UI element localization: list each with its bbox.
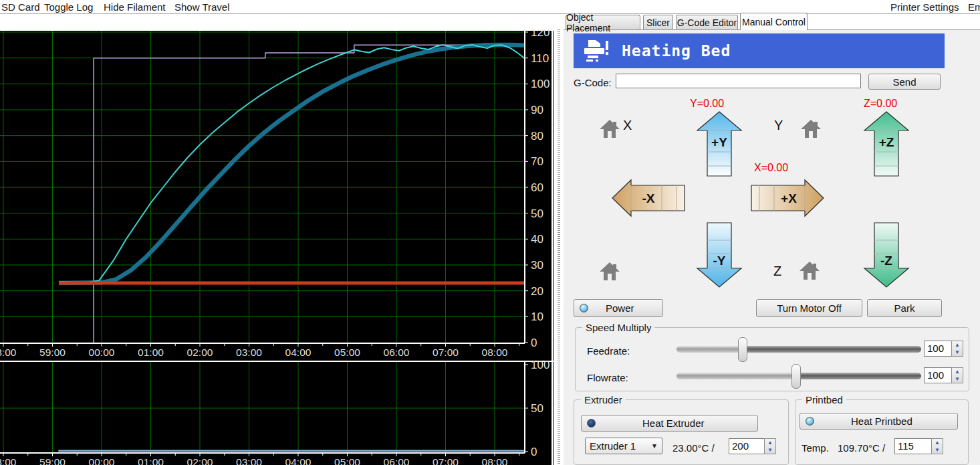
menu-item-toggle-log[interactable]: Toggle Log <box>44 1 93 13</box>
jog-plus-z-button[interactable]: +Z <box>862 110 910 178</box>
tab-slicer[interactable]: Slicer <box>643 15 673 29</box>
power-button[interactable]: Power <box>574 299 663 317</box>
printbed-target-spinner[interactable]: ▲▼ <box>931 438 943 454</box>
menu-bar: SD Card Toggle Log Hide Filament Show Tr… <box>0 0 980 13</box>
x-tick-label: 01:00 <box>138 347 164 358</box>
x-tick-label: 02:00 <box>187 456 213 465</box>
jog-minus-x-button[interactable]: -X <box>610 177 687 219</box>
x-tick-label: 00:00 <box>89 456 115 465</box>
spin-down-icon[interactable]: ▼ <box>955 377 960 382</box>
spin-up-icon[interactable]: ▲ <box>955 343 960 348</box>
tab-object-placement[interactable]: Object Placement <box>566 15 640 29</box>
tab-gcode-editor[interactable]: G-Code Editor <box>676 15 738 29</box>
flowrate-spinner[interactable]: ▲▼ <box>951 367 963 383</box>
feedrate-label: Feedrate: <box>587 345 630 357</box>
x-tick-label: 59:00 <box>39 347 66 358</box>
y-tick-label: 10 <box>531 310 543 323</box>
splitter-dots <box>558 29 560 465</box>
spin-up-icon[interactable]: ▲ <box>767 440 773 446</box>
menu-item-show-travel[interactable]: Show Travel <box>174 1 230 13</box>
spin-down-icon[interactable]: ▼ <box>767 448 773 453</box>
menu-separator <box>0 13 980 14</box>
turn-motor-off-button[interactable]: Turn Motor Off <box>756 299 862 317</box>
printbed-target-value[interactable]: 115 <box>894 438 932 454</box>
heating-bed-banner: Heating Bed <box>574 33 945 68</box>
extruder-select[interactable]: Extruder 1 ▼ <box>585 438 662 454</box>
park-label: Park <box>894 302 915 314</box>
banner-title: Heating Bed <box>622 42 731 60</box>
menu-item-hide-filament[interactable]: Hide Filament <box>104 1 166 13</box>
turn-motor-off-label: Turn Motor Off <box>777 302 842 314</box>
y-tick-label: 100 <box>531 78 549 90</box>
spin-down-icon[interactable]: ▼ <box>935 448 940 453</box>
jog-minus-y-label: -Y <box>713 254 726 268</box>
park-button[interactable]: Park <box>867 299 942 317</box>
flowrate-label: Flowrate: <box>587 372 628 383</box>
flowrate-value[interactable]: 100 <box>924 367 952 383</box>
spin-down-icon[interactable]: ▼ <box>955 350 960 355</box>
jog-plus-x-button[interactable]: +X <box>749 177 826 219</box>
jog-minus-y-button[interactable]: -Y <box>695 221 743 289</box>
heat-printbed-button[interactable]: Heat Printbed <box>800 413 958 430</box>
menu-item-emergency[interactable]: Em <box>968 1 980 13</box>
home-z-icon[interactable] <box>799 261 820 280</box>
feedrate-value[interactable]: 100 <box>924 341 952 357</box>
tab-label: Slicer <box>646 17 670 28</box>
heat-printbed-label: Heat Printbed <box>851 415 912 427</box>
gcode-input[interactable] <box>616 74 861 88</box>
feedrate-slider-thumb[interactable] <box>738 337 747 362</box>
spin-up-icon[interactable]: ▲ <box>935 440 940 446</box>
jog-minus-z-button[interactable]: -Z <box>862 221 910 289</box>
axis-letter-z: Z <box>773 264 781 279</box>
speed-multiply-title: Speed Multiply <box>582 322 654 333</box>
x-tick-label: 05:00 <box>334 456 360 465</box>
heat-extruder-button[interactable]: Heat Extruder <box>581 415 758 432</box>
temperature-graph-panel: 010203040506070809010011012058:0059:0000… <box>0 29 554 465</box>
feedrate-spinner[interactable]: ▲▼ <box>951 341 963 357</box>
menu-item-printer-settings[interactable]: Printer Settings <box>890 1 959 13</box>
home-x-icon[interactable] <box>599 119 620 138</box>
home-all-icon[interactable] <box>599 262 620 281</box>
jog-plus-y-button[interactable]: +Y <box>695 110 743 178</box>
send-button-label: Send <box>892 76 916 88</box>
feedrate-slider-track[interactable] <box>677 346 921 353</box>
tab-label: Object Placement <box>566 12 640 33</box>
jog-minus-z-label: -Z <box>880 254 892 268</box>
flowrate-track-dark <box>796 373 921 379</box>
menu-item-sd-card[interactable]: SD Card <box>1 1 40 13</box>
feedrate-track-dark <box>743 346 921 353</box>
printbed-temp-label: Temp. <box>802 442 829 454</box>
jog-minus-x-label: -X <box>642 191 655 205</box>
y-tick-label: 0 <box>531 337 537 349</box>
jog-plus-z-label: +Z <box>879 135 894 149</box>
tab-label: Manual Control <box>742 17 806 27</box>
jog-plus-x-label: +X <box>781 191 797 205</box>
extruder-target-spinner[interactable]: ▲▼ <box>764 438 776 454</box>
spin-up-icon[interactable]: ▲ <box>955 369 960 375</box>
x-tick-label: 08:00 <box>482 456 508 465</box>
x-tick-label: 05:00 <box>334 347 360 358</box>
y-tick-label: 90 <box>531 104 543 116</box>
power-led <box>580 304 588 312</box>
heat-printbed-led <box>806 417 814 426</box>
speed-multiply-group: Speed Multiply <box>575 327 969 391</box>
tab-manual-control[interactable]: Manual Control <box>740 13 808 30</box>
chart-background <box>0 29 554 360</box>
flowrate-slider-thumb[interactable] <box>791 364 801 389</box>
printbed-current-temp: 109.70°C / <box>838 442 885 454</box>
extruder-select-value: Extruder 1 <box>590 440 636 452</box>
y-tick-label: 100 <box>531 360 549 371</box>
home-y-icon[interactable] <box>800 119 822 138</box>
x-tick-label: 00:00 <box>89 347 115 358</box>
chart-background <box>0 360 554 465</box>
send-button[interactable]: Send <box>868 74 941 90</box>
position-x-readout: X=0.00 <box>754 162 788 174</box>
printbed-group-title: Printbed <box>802 394 846 405</box>
x-tick-label: 04:00 <box>285 347 312 358</box>
position-y-readout: Y=0.00 <box>690 98 724 110</box>
panel-splitter[interactable] <box>554 29 564 465</box>
extruder-current-temp: 23.00°C / <box>672 442 715 454</box>
y-tick-label: 80 <box>531 130 543 143</box>
x-tick-label: 58:00 <box>0 456 17 465</box>
extruder-target-value[interactable]: 200 <box>729 438 765 454</box>
